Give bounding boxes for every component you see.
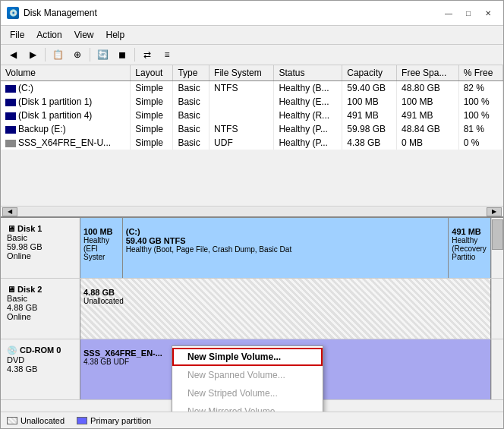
table-row[interactable]: (Disk 1 partition 4) Simple Basic Health… xyxy=(1,109,503,122)
disk-1-partition-c[interactable]: (C:) 59.40 GB NTFS Healthy (Boot, Page F… xyxy=(123,218,449,278)
back-button[interactable]: ◀ xyxy=(4,46,22,63)
window-controls: — □ ✕ xyxy=(439,5,497,21)
table-row[interactable]: SSS_X64FRE_EN-U... Simple Basic UDF Heal… xyxy=(1,136,503,150)
cell-layout: Simple xyxy=(131,109,173,122)
disk-management-window: 💿 Disk Management — □ ✕ File Action View… xyxy=(0,0,504,429)
cell-free: 491 MB xyxy=(397,109,459,122)
context-menu: New Simple Volume... New Spanned Volume.… xyxy=(172,345,323,412)
legend-primary: Primary partition xyxy=(77,416,151,425)
cell-fs: NTFS xyxy=(209,122,274,136)
table-header-row: Volume Layout Type File System Status Ca… xyxy=(1,65,503,81)
refresh-button[interactable]: 🔄 xyxy=(93,46,112,63)
toolbar-sep-3 xyxy=(134,48,135,62)
view-button[interactable]: ⇄ xyxy=(138,46,156,63)
col-type[interactable]: Type xyxy=(173,65,209,81)
disk-2-row: 🖥 Disk 2 Basic 4.88 GB Online 4.88 GB Un… xyxy=(1,279,503,339)
cell-pct: 81 % xyxy=(458,122,502,136)
cell-type: Basic xyxy=(173,81,209,96)
col-layout[interactable]: Layout xyxy=(131,65,173,81)
col-capacity[interactable]: Capacity xyxy=(342,65,397,81)
cell-fs xyxy=(209,109,274,122)
disk-2-unallocated[interactable]: 4.88 GB Unallocated xyxy=(80,279,491,339)
settings-button[interactable]: ≡ xyxy=(158,46,176,63)
cell-type: Basic xyxy=(173,136,209,150)
volume-table-container[interactable]: Volume Layout Type File System Status Ca… xyxy=(1,65,503,206)
cell-capacity: 59.40 GB xyxy=(342,81,397,96)
legend-bar: Unallocated Primary partition xyxy=(1,412,503,428)
cell-layout: Simple xyxy=(131,81,173,96)
cell-status: Healthy (E... xyxy=(274,95,342,109)
cell-free: 100 MB xyxy=(397,95,459,109)
cell-layout: Simple xyxy=(131,136,173,150)
cell-fs xyxy=(209,95,274,109)
cell-capacity: 100 MB xyxy=(342,95,397,109)
maximize-button[interactable]: □ xyxy=(459,5,477,21)
title-bar: 💿 Disk Management — □ ✕ xyxy=(1,1,503,26)
properties-button[interactable]: 📋 xyxy=(49,46,67,63)
ctx-new-spanned-volume: New Spanned Volume... xyxy=(172,366,323,384)
cell-volume: (Disk 1 partition 4) xyxy=(1,109,131,122)
cell-free: 48.84 GB xyxy=(397,122,459,136)
main-content: Volume Layout Type File System Status Ca… xyxy=(1,65,503,428)
disk-1-row: 🖥 Disk 1 Basic 59.98 GB Online 100 MB He… xyxy=(1,218,503,279)
cell-pct: 100 % xyxy=(458,109,502,122)
primary-swatch xyxy=(77,417,87,424)
col-filesystem[interactable]: File System xyxy=(209,65,274,81)
help-button[interactable]: ⊕ xyxy=(68,46,87,63)
cdrom-0-label: 💿 CD-ROM 0 DVD 4.38 GB xyxy=(1,339,80,399)
cell-volume: SSS_X64FRE_EN-U... xyxy=(1,136,131,150)
disk-1-partition-recovery[interactable]: 491 MB Healthy (Recovery Partitio xyxy=(449,218,491,278)
cell-fs: NTFS xyxy=(209,81,274,96)
cell-free: 48.80 GB xyxy=(397,81,459,96)
col-freespace[interactable]: Free Spa... xyxy=(397,65,459,81)
cell-volume: (C:) xyxy=(1,81,131,96)
unallocated-label: Unallocated xyxy=(20,416,65,425)
cell-status: Healthy (B... xyxy=(274,81,342,96)
col-volume[interactable]: Volume xyxy=(1,65,131,81)
disk-2-label: 🖥 Disk 2 Basic 4.88 GB Online xyxy=(1,279,80,339)
scroll-right-btn[interactable]: ▶ xyxy=(487,207,502,216)
col-status[interactable]: Status xyxy=(274,65,342,81)
table-row[interactable]: (C:) Simple Basic NTFS Healthy (B... 59.… xyxy=(1,81,503,96)
cell-type: Basic xyxy=(173,95,209,109)
legend-unallocated: Unallocated xyxy=(7,416,65,425)
minimize-button[interactable]: — xyxy=(439,5,458,21)
cancel-button[interactable]: ◼ xyxy=(113,46,131,63)
cell-volume: (Disk 1 partition 1) xyxy=(1,95,131,109)
menu-action[interactable]: Action xyxy=(30,27,68,43)
ctx-new-simple-volume[interactable]: New Simple Volume... xyxy=(172,348,323,366)
ctx-new-mirrored-volume: New Mirrored Volume... xyxy=(172,402,323,412)
cdrom-scrollbar-space xyxy=(491,339,503,399)
disk-2-scrollbar-space xyxy=(491,279,503,339)
menu-view[interactable]: View xyxy=(68,27,100,43)
disk-area-scrollbar-thumb[interactable] xyxy=(491,218,503,278)
cell-fs: UDF xyxy=(209,136,274,150)
cell-pct: 100 % xyxy=(458,95,502,109)
close-button[interactable]: ✕ xyxy=(479,5,497,21)
cell-layout: Simple xyxy=(131,95,173,109)
app-icon: 💿 xyxy=(7,7,19,19)
menu-help[interactable]: Help xyxy=(100,27,131,43)
table-row[interactable]: Backup (E:) Simple Basic NTFS Healthy (P… xyxy=(1,122,503,136)
disk-2-partitions: 4.88 GB Unallocated xyxy=(80,279,491,339)
cell-status: Healthy (R... xyxy=(274,109,342,122)
disk-1-partitions: 100 MB Healthy (EFI Syster (C:) 59.40 GB… xyxy=(80,218,491,278)
primary-label: Primary partition xyxy=(90,416,151,425)
menu-file[interactable]: File xyxy=(4,27,30,43)
scroll-left-btn[interactable]: ◀ xyxy=(2,207,17,216)
table-row[interactable]: (Disk 1 partition 1) Simple Basic Health… xyxy=(1,95,503,109)
cell-pct: 0 % xyxy=(458,136,502,150)
disk-1-partition-efi[interactable]: 100 MB Healthy (EFI Syster xyxy=(80,218,123,278)
cell-pct: 82 % xyxy=(458,81,502,96)
cell-status: Healthy (P... xyxy=(274,122,342,136)
menu-bar: File Action View Help xyxy=(1,26,503,45)
table-hscrollbar[interactable]: ◀ ▶ xyxy=(1,206,503,218)
forward-button[interactable]: ▶ xyxy=(24,46,42,63)
cell-capacity: 4.38 GB xyxy=(342,136,397,150)
col-pctfree[interactable]: % Free xyxy=(458,65,502,81)
unallocated-swatch xyxy=(7,417,17,424)
cell-layout: Simple xyxy=(131,122,173,136)
disk-view-area[interactable]: 🖥 Disk 1 Basic 59.98 GB Online 100 MB He… xyxy=(1,218,503,412)
cell-type: Basic xyxy=(173,122,209,136)
cell-capacity: 59.98 GB xyxy=(342,122,397,136)
